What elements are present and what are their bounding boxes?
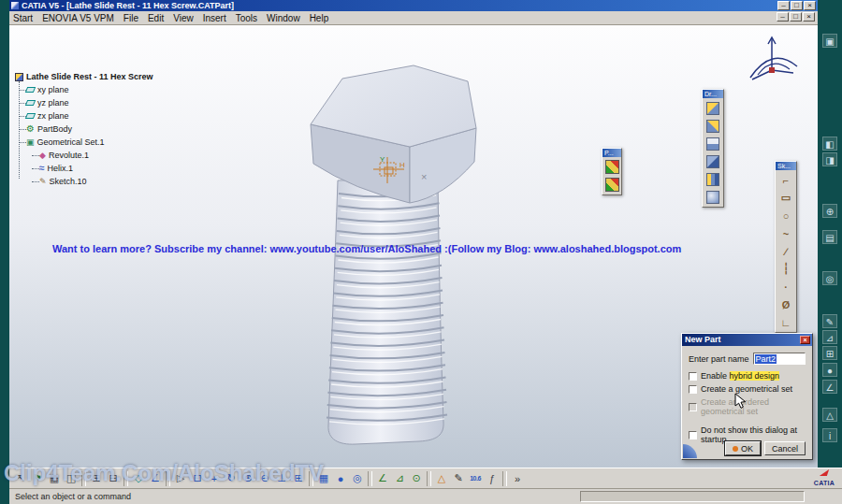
tree-item-partbody[interactable]: ⚙ PartBody [15, 122, 153, 136]
brush-icon[interactable]: ◨ [822, 152, 837, 166]
dialog-title-bar[interactable]: New Part × [682, 334, 812, 346]
render-style-icon[interactable] [704, 188, 722, 206]
fit-all-icon[interactable]: ⊡ [189, 470, 206, 487]
point-icon[interactable]: · [777, 278, 795, 295]
pan-icon[interactable]: + [206, 470, 223, 487]
compass-pivot[interactable] [769, 67, 775, 73]
top-view-icon[interactable] [704, 135, 722, 152]
doc-minimize-button[interactable]: – [777, 12, 789, 22]
menu-help[interactable]: Help [310, 13, 329, 23]
spline-icon[interactable]: ~ [777, 224, 795, 242]
tree-item-label: zx plane [37, 111, 69, 121]
menu-insert[interactable]: Insert [203, 13, 226, 23]
tree-item-helix[interactable]: ≈ Helix.1 [15, 162, 153, 175]
toolbar-overflow-icon[interactable]: » [509, 470, 526, 487]
compass-icon[interactable]: △ [433, 470, 450, 487]
grid-icon[interactable]: ▦ [315, 470, 332, 487]
menu-view[interactable]: View [173, 13, 194, 23]
select-icon[interactable]: ↖ [12, 470, 29, 487]
close-marker[interactable]: × [421, 171, 427, 182]
shaded-sphere-icon[interactable]: ● [332, 470, 349, 487]
axis-system-icon[interactable]: ∠ [147, 470, 164, 487]
hide-show-icon[interactable]: ◎ [349, 470, 366, 487]
constraint-icon[interactable]: Ø [777, 295, 795, 313]
paste-icon[interactable]: ⊟ [105, 470, 122, 487]
layers-icon[interactable]: ▤ [822, 230, 837, 244]
rotate-icon[interactable]: ↻ [223, 470, 240, 487]
profile-icon[interactable]: ⌐ [777, 171, 795, 189]
catalog-browser-icon[interactable] [602, 158, 621, 176]
hybrid-design-checkbox[interactable] [689, 372, 697, 381]
fly-mode-icon[interactable]: ▷ [172, 470, 189, 487]
menu-enovia[interactable]: ENOVIA V5 VPM [42, 13, 114, 23]
doc-close-button[interactable]: × [803, 12, 815, 22]
angle-icon[interactable]: ∠ [822, 380, 837, 394]
maximize-button[interactable]: □ [791, 1, 803, 10]
dialog-close-icon[interactable]: × [800, 336, 810, 344]
line-icon[interactable]: ∕ [777, 242, 795, 260]
circle-icon[interactable]: ○ [777, 207, 795, 224]
magnifier-icon[interactable]: ⊕ [822, 204, 837, 218]
command-input-field[interactable] [580, 491, 805, 502]
copy-icon[interactable]: ⊞ [88, 470, 105, 487]
ok-button[interactable]: OK [725, 441, 761, 455]
close-button[interactable]: × [804, 1, 816, 10]
operation-icon[interactable]: ∟ [777, 313, 795, 331]
flag-icon[interactable]: ⚑ [29, 470, 46, 487]
tree-item-sketch[interactable]: ✎ Sketch.10 [15, 175, 153, 188]
multi-view-icon[interactable] [704, 170, 722, 188]
tree-item-xy-plane[interactable]: xy plane [15, 83, 153, 96]
iso-view-icon[interactable] [704, 99, 722, 117]
toolbar-drag-handle[interactable]: Dr... [703, 90, 723, 98]
axis-icon[interactable]: ┆ [777, 260, 795, 278]
tree-item-revolute[interactable]: ◆ Revolute.1 [15, 149, 153, 162]
no-show-checkbox[interactable] [689, 431, 697, 439]
mass-properties-icon[interactable]: ⊙ [408, 470, 425, 487]
geometrical-set-checkbox[interactable] [689, 385, 697, 394]
doc-restore-button[interactable]: □ [790, 12, 802, 22]
units-icon[interactable]: 10.6 [467, 470, 484, 487]
pencil-icon[interactable]: ✎ [822, 314, 837, 328]
title-bar[interactable]: CATIA V5 - [Lathe Slide Rest - 11 Hex Sc… [9, 0, 818, 11]
3d-viewport[interactable]: Y H × Lathe Slide Rest - 11 Hex Screw xy… [9, 25, 818, 468]
multi-view-icon[interactable]: ⊞ [290, 470, 307, 487]
window-icon[interactable]: ▣ [822, 34, 837, 48]
part-name-input[interactable]: Part2 [753, 353, 806, 365]
tree-item-zx-plane[interactable]: zx plane [15, 109, 153, 122]
toolbar-drag-handle[interactable]: P... [602, 149, 621, 157]
zoom-out-icon[interactable]: ⊖ [256, 470, 273, 487]
tree-item-geometrical-set[interactable]: ▣ Geometrical Set.1 [15, 136, 153, 149]
triangle-ruler-icon[interactable]: ⊿ [822, 330, 837, 344]
paint-icon[interactable]: ◧ [822, 137, 837, 151]
tree-item-root[interactable]: Lathe Slide Rest - 11 Hex Screw [15, 70, 153, 83]
material-catalog-icon[interactable] [602, 176, 621, 194]
zoom-in-icon[interactable]: ⊕ [240, 470, 256, 487]
menu-start[interactable]: Start [13, 13, 33, 23]
grid-icon[interactable]: ⊞ [822, 346, 837, 360]
menu-tools[interactable]: Tools [236, 13, 257, 23]
compass-tool-icon[interactable]: △ [822, 408, 837, 422]
info-icon[interactable]: i [822, 428, 837, 442]
graph-tree-icon[interactable]: ▦ [46, 470, 63, 487]
sphere-icon[interactable]: ● [822, 363, 837, 377]
menu-window[interactable]: Window [267, 13, 300, 23]
minimize-button[interactable]: – [777, 1, 790, 10]
sketch-pencil-icon[interactable]: ✎ [450, 470, 467, 487]
toolbar-drag-handle[interactable]: Sk... [776, 162, 796, 170]
left-view-icon[interactable] [704, 152, 722, 170]
measure-icon[interactable]: ∠ [374, 470, 391, 487]
view-compass[interactable] [739, 31, 805, 87]
tree-item-yz-plane[interactable]: yz plane [15, 96, 153, 109]
target-icon[interactable]: ◎ [822, 271, 837, 285]
measure-between-icon[interactable]: ⊿ [391, 470, 408, 487]
window-layout-icon[interactable]: ◫ [63, 470, 80, 487]
plane-icon[interactable]: ◇ [130, 470, 147, 487]
normal-view-icon[interactable]: ⊥ [273, 470, 290, 487]
front-view-icon[interactable] [704, 117, 722, 135]
menu-file[interactable]: File [123, 13, 138, 23]
menu-edit[interactable]: Edit [148, 13, 164, 23]
knowledge-icon[interactable]: ƒ [484, 470, 501, 487]
rectangle-icon[interactable]: ▭ [777, 189, 795, 207]
part-name-value: Part2 [755, 354, 777, 364]
cancel-button[interactable]: Cancel [764, 441, 806, 455]
